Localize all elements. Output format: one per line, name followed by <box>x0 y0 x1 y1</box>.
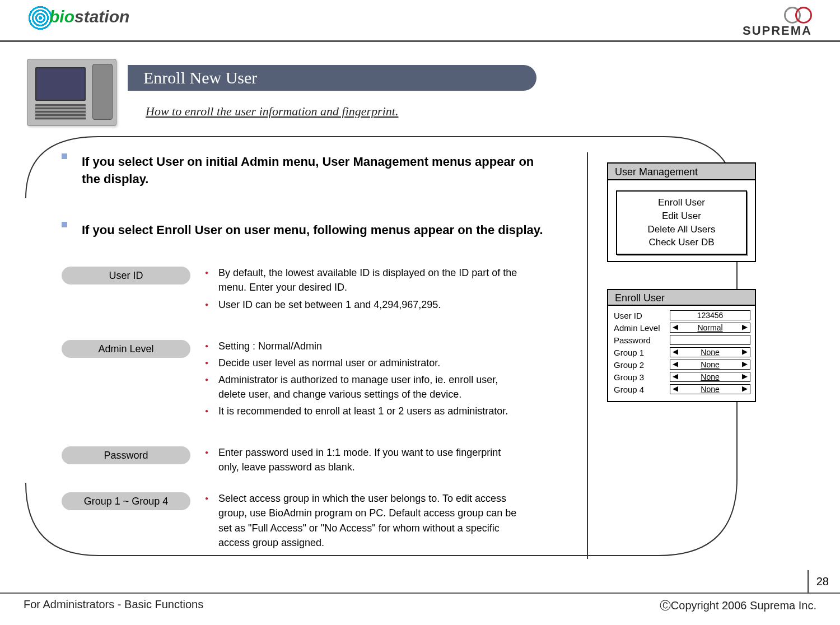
form-label: Admin Level <box>614 323 670 333</box>
enroll-user-menu: Enroll User User ID123456Admin LevelNorm… <box>607 289 756 402</box>
option-row: Admin LevelSetting : Normal/AdminDecide … <box>62 339 588 421</box>
footer-rule <box>0 593 840 594</box>
page-subtitle: How to enroll the user information and f… <box>146 104 398 119</box>
footer-right: ⒸCopyright 2006 Suprema Inc. <box>660 598 816 613</box>
form-label: Password <box>614 335 670 345</box>
form-label: Group 2 <box>614 360 670 370</box>
option-pill: User ID <box>62 267 190 284</box>
intro-paragraph-2: If you select Enroll User on user menu, … <box>62 222 543 239</box>
form-selector: None <box>670 347 750 357</box>
form-selector: None <box>670 384 750 394</box>
form-row: Password <box>614 334 750 346</box>
menu-title: User Management <box>608 164 755 180</box>
logo-suprema-text: SUPREMA <box>743 24 812 38</box>
option-row: User IDBy default, the lowest available … <box>62 265 588 314</box>
option-row: PasswordEnter password used in 1:1 mode.… <box>62 445 588 477</box>
form-label: Group 4 <box>614 385 670 394</box>
device-keys-icon <box>35 104 86 120</box>
page-title: Enroll New User <box>128 65 536 91</box>
form-label: Group 3 <box>614 372 670 382</box>
user-management-menu: User Management Enroll User Edit User De… <box>607 162 756 262</box>
form-row: Group 1None <box>614 346 750 358</box>
option-bullets: Select access group in which the user be… <box>205 491 519 552</box>
footer-left: For Administrators - Basic Functions <box>24 598 203 611</box>
form-row: Admin LevelNormal <box>614 321 750 334</box>
bullet-item: Setting : Normal/Admin <box>205 339 519 353</box>
form-selector: None <box>670 360 750 370</box>
bullet-item: User ID can be set between 1 and 4,294,9… <box>205 297 519 312</box>
menu-item: Delete All Users <box>617 223 746 236</box>
form-row: Group 3None <box>614 371 750 383</box>
bullet-item: By default, the lowest available ID is d… <box>205 265 519 295</box>
option-row: Group 1 ~ Group 4Select access group in … <box>62 491 588 552</box>
infinity-icon <box>784 7 812 21</box>
bullet-item: Decide user level as normal user or admi… <box>205 356 519 370</box>
form-label: Group 1 <box>614 348 670 357</box>
square-bullet-icon <box>62 222 67 227</box>
option-pill: Admin Level <box>62 340 190 358</box>
logo-biostation: biostation <box>28 6 129 30</box>
page-header: biostation SUPREMA <box>0 0 840 42</box>
intro-text-1: If you select User on initial Admin menu… <box>82 153 543 188</box>
device-sensor-icon <box>92 64 113 120</box>
option-pill: Group 1 ~ Group 4 <box>62 492 190 510</box>
bullet-item: Select access group in which the user be… <box>205 491 519 549</box>
bullet-item: Administrator is authorized to manage us… <box>205 372 519 402</box>
menu-title: Enroll User <box>608 290 755 306</box>
intro-paragraph-1: If you select User on initial Admin menu… <box>62 153 543 188</box>
vertical-divider <box>587 152 588 559</box>
intro-text-2: If you select Enroll User on user menu, … <box>82 222 543 239</box>
main-content: If you select User on initial Admin menu… <box>62 153 588 552</box>
logo-suprema: SUPREMA <box>743 7 812 38</box>
device-screen-icon <box>35 67 86 101</box>
option-bullets: Enter password used in 1:1 mode. If you … <box>205 445 519 477</box>
square-bullet-icon <box>62 153 67 159</box>
form-row: Group 2None <box>614 358 750 371</box>
form-label: User ID <box>614 311 670 320</box>
menu-item: Check User DB <box>617 236 746 249</box>
form-row: User ID123456 <box>614 309 750 321</box>
form-row: Group 4None <box>614 383 750 395</box>
bullet-item: It is recommended to enroll at least 1 o… <box>205 404 519 418</box>
device-thumbnail <box>27 59 116 126</box>
form-value <box>670 335 750 345</box>
menu-item: Edit User <box>617 209 746 223</box>
option-bullets: Setting : Normal/AdminDecide user level … <box>205 339 519 421</box>
option-pill: Password <box>62 446 190 464</box>
form-selector: None <box>670 372 750 382</box>
menu-items-box: Enroll User Edit User Delete All Users C… <box>616 190 747 255</box>
bullet-item: Enter password used in 1:1 mode. If you … <box>205 445 519 474</box>
menu-item: Enroll User <box>617 196 746 209</box>
page-number: 28 <box>808 570 829 593</box>
form-value: 123456 <box>670 310 750 320</box>
form-selector: Normal <box>670 323 750 333</box>
option-bullets: By default, the lowest available ID is d… <box>205 265 519 314</box>
